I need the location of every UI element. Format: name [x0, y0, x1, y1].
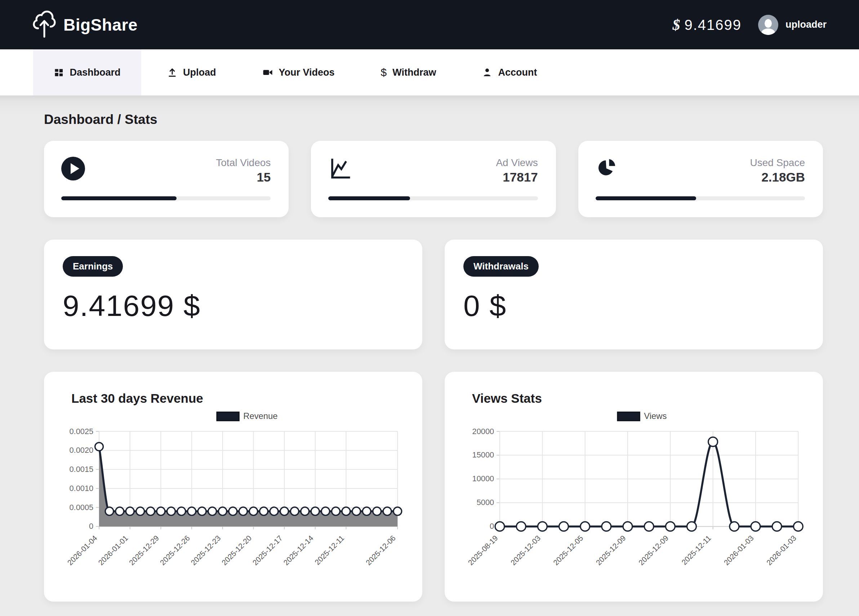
app-header: BigShare $ 9.41699 uploader — [0, 0, 859, 49]
nav-label: Account — [498, 67, 537, 78]
line-chart-icon — [328, 157, 352, 182]
svg-text:0: 0 — [490, 522, 494, 531]
brand-name: BigShare — [63, 15, 137, 34]
avatar-body-shape — [761, 28, 775, 35]
brand[interactable]: BigShare — [33, 10, 137, 40]
person-icon — [482, 67, 492, 78]
nav-label: Withdraw — [392, 67, 436, 78]
svg-text:2025-12-06: 2025-12-06 — [364, 534, 397, 567]
withdrawals-value: 0 $ — [463, 289, 804, 323]
nav-label: Upload — [183, 67, 216, 78]
account-balance: $ 9.41699 — [672, 16, 742, 33]
revenue-line-chart: 0.00250.00200.00150.00100.000502026-01-0… — [56, 408, 410, 595]
nav-item-your-videos[interactable]: Your Videos — [259, 49, 338, 95]
earnings-value: 9.41699 $ — [63, 289, 404, 323]
stat-value: 15 — [216, 169, 270, 186]
views-line-chart: 200001500010000500002025-08-192025-12-03… — [457, 408, 811, 595]
revenue-chart-card: Last 30 days Revenue 0.00250.00200.00150… — [44, 372, 422, 602]
dollar-icon: $ — [381, 66, 387, 78]
svg-text:2026-01-03: 2026-01-03 — [722, 534, 755, 567]
svg-text:2025-12-09: 2025-12-09 — [594, 534, 627, 567]
stat-label: Total Videos — [216, 157, 270, 169]
main-nav: Dashboard Upload Your Videos $ Withdraw — [0, 49, 859, 95]
earnings-badge: Earnings — [63, 256, 123, 277]
svg-text:2025-12-05: 2025-12-05 — [552, 534, 585, 567]
svg-text:2025-12-03: 2025-12-03 — [509, 534, 542, 567]
stat-label: Used Space — [750, 157, 805, 169]
withdrawals-badge: Withdrawals — [463, 256, 539, 277]
dashboard-grid-icon — [54, 67, 64, 78]
views-chart-title: Views Stats — [472, 391, 811, 405]
stat-label: Ad Views — [496, 157, 537, 169]
stat-card-ad-views: Ad Views 17817 — [311, 141, 556, 217]
svg-text:2025-12-26: 2025-12-26 — [158, 534, 191, 567]
svg-text:2026-01-01: 2026-01-01 — [97, 534, 130, 567]
svg-text:2025-12-29: 2025-12-29 — [128, 534, 161, 567]
svg-text:5000: 5000 — [477, 498, 494, 507]
views-chart-card: Views Stats 200001500010000500002025-08-… — [445, 372, 823, 602]
nav-label: Your Videos — [279, 67, 335, 78]
username[interactable]: uploader — [786, 19, 826, 30]
svg-text:0.0015: 0.0015 — [69, 465, 93, 474]
svg-text:0.0020: 0.0020 — [69, 446, 93, 455]
charts-row: Last 30 days Revenue 0.00250.00200.00150… — [44, 372, 823, 602]
summary-row: Earnings 9.41699 $ Withdrawals 0 $ — [44, 240, 823, 349]
svg-text:2025-12-11: 2025-12-11 — [313, 534, 346, 567]
currency-symbol: $ — [672, 16, 681, 33]
svg-text:2025-12-17: 2025-12-17 — [251, 534, 284, 567]
play-circle-icon — [61, 157, 85, 181]
svg-text:10000: 10000 — [472, 474, 494, 483]
svg-text:20000: 20000 — [472, 427, 494, 436]
nav-item-withdraw[interactable]: $ Withdraw — [377, 49, 440, 95]
nav-item-upload[interactable]: Upload — [164, 49, 220, 95]
svg-text:Views: Views — [644, 411, 667, 421]
pie-chart-icon — [596, 157, 618, 181]
svg-text:2026-01-04: 2026-01-04 — [66, 534, 99, 567]
cloud-upload-logo-icon — [33, 10, 56, 40]
nav-label: Dashboard — [70, 67, 120, 78]
svg-text:0: 0 — [89, 522, 93, 531]
revenue-chart-title: Last 30 days Revenue — [71, 391, 410, 405]
earnings-card: Earnings 9.41699 $ — [44, 240, 422, 349]
balance-amount: 9.41699 — [684, 17, 742, 33]
avatar-head-shape — [765, 19, 772, 28]
svg-text:15000: 15000 — [472, 450, 494, 459]
svg-text:2025-12-23: 2025-12-23 — [189, 534, 222, 567]
svg-text:2025-12-20: 2025-12-20 — [220, 534, 253, 567]
svg-text:0.0005: 0.0005 — [69, 503, 93, 512]
svg-text:0.0025: 0.0025 — [69, 427, 93, 436]
svg-text:0.0010: 0.0010 — [69, 484, 93, 493]
withdrawals-card: Withdrawals 0 $ — [445, 240, 823, 349]
breadcrumb: Dashboard / Stats — [44, 95, 823, 127]
user-avatar[interactable] — [758, 15, 778, 35]
stat-card-total-videos: Total Videos 15 — [44, 141, 289, 217]
page-content: Dashboard / Stats Total Videos 15 — [0, 95, 859, 616]
nav-item-account[interactable]: Account — [478, 49, 540, 95]
upload-arrow-icon — [167, 67, 177, 78]
stat-value: 17817 — [496, 169, 537, 186]
svg-text:2025-12-09: 2025-12-09 — [637, 534, 670, 567]
svg-text:Revenue: Revenue — [243, 411, 278, 421]
progress-bar — [596, 196, 805, 200]
svg-text:2025-12-14: 2025-12-14 — [282, 534, 315, 567]
stats-row: Total Videos 15 Ad Views 17817 — [44, 141, 823, 217]
svg-text:2025-12-11: 2025-12-11 — [680, 534, 713, 567]
stat-card-used-space: Used Space 2.18GB — [578, 141, 823, 217]
svg-text:2026-01-03: 2026-01-03 — [765, 534, 798, 567]
video-camera-icon — [262, 67, 273, 78]
stat-value: 2.18GB — [750, 169, 805, 186]
progress-bar — [328, 196, 537, 200]
svg-text:2025-08-19: 2025-08-19 — [466, 534, 500, 567]
nav-item-dashboard[interactable]: Dashboard — [33, 49, 141, 95]
progress-bar — [61, 196, 270, 200]
